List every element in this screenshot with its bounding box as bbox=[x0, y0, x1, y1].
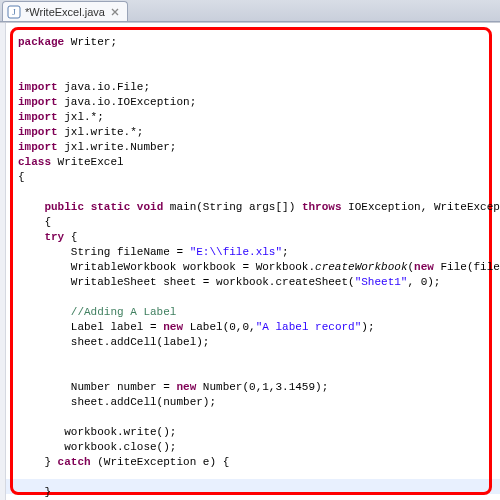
editor-tab[interactable]: J *WriteExcel.java bbox=[2, 1, 128, 21]
editor-tab-bar: J *WriteExcel.java bbox=[0, 0, 500, 22]
source-code[interactable]: package Writer; import java.io.File; imp… bbox=[0, 29, 500, 500]
java-file-icon: J bbox=[7, 5, 21, 19]
code-editor[interactable]: package Writer; import java.io.File; imp… bbox=[0, 22, 500, 500]
svg-text:J: J bbox=[12, 7, 16, 17]
close-icon[interactable] bbox=[109, 6, 121, 18]
tab-title: *WriteExcel.java bbox=[25, 6, 105, 18]
